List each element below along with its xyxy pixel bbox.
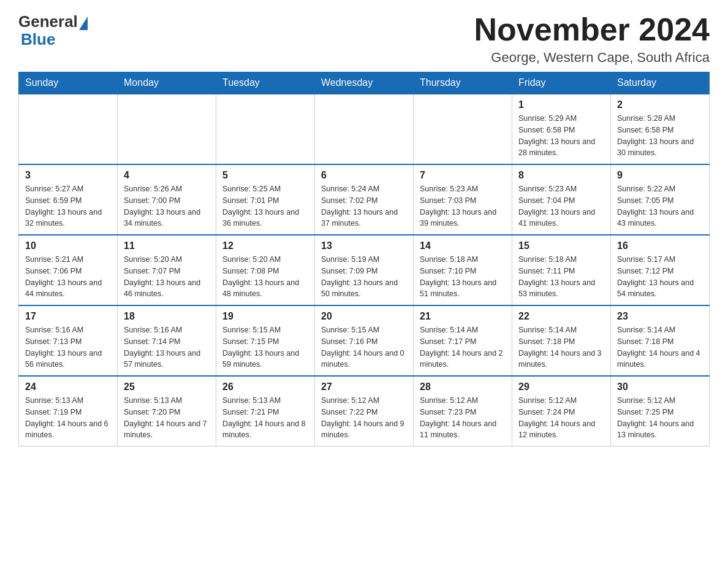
day-info: Sunrise: 5:23 AM Sunset: 7:03 PM Dayligh… [420,183,506,229]
day-info: Sunrise: 5:16 AM Sunset: 7:14 PM Dayligh… [124,324,210,370]
calendar-cell: 12Sunrise: 5:20 AM Sunset: 7:08 PM Dayli… [216,235,315,305]
day-info: Sunrise: 5:13 AM Sunset: 7:21 PM Dayligh… [222,395,308,441]
calendar-cell: 11Sunrise: 5:20 AM Sunset: 7:07 PM Dayli… [118,235,216,305]
calendar-header-wednesday: Wednesday [315,72,414,94]
day-number: 2 [617,99,703,110]
calendar-cell: 1Sunrise: 5:29 AM Sunset: 6:58 PM Daylig… [512,94,611,164]
day-number: 25 [124,381,210,393]
day-info: Sunrise: 5:12 AM Sunset: 7:25 PM Dayligh… [617,395,703,441]
day-info: Sunrise: 5:19 AM Sunset: 7:09 PM Dayligh… [321,254,407,300]
day-info: Sunrise: 5:16 AM Sunset: 7:13 PM Dayligh… [25,324,111,370]
calendar-cell: 3Sunrise: 5:27 AM Sunset: 6:59 PM Daylig… [19,164,118,235]
day-number: 14 [420,240,506,251]
day-number: 4 [124,170,210,181]
calendar-cell: 20Sunrise: 5:15 AM Sunset: 7:16 PM Dayli… [315,305,414,376]
day-info: Sunrise: 5:23 AM Sunset: 7:04 PM Dayligh… [518,183,604,229]
day-number: 21 [420,311,506,322]
logo-general-text: General [18,12,78,31]
day-info: Sunrise: 5:25 AM Sunset: 7:01 PM Dayligh… [222,183,308,229]
calendar-header-row: SundayMondayTuesdayWednesdayThursdayFrid… [19,72,710,94]
calendar-header-saturday: Saturday [611,72,710,94]
calendar-cell: 8Sunrise: 5:23 AM Sunset: 7:04 PM Daylig… [512,164,611,235]
calendar-table: SundayMondayTuesdayWednesdayThursdayFrid… [18,72,710,446]
logo: General Blue [18,12,88,49]
calendar-cell: 2Sunrise: 5:28 AM Sunset: 6:58 PM Daylig… [611,94,710,164]
day-number: 3 [25,170,111,181]
day-number: 30 [617,381,703,393]
day-number: 20 [321,311,407,322]
calendar-header-friday: Friday [512,72,611,94]
calendar-cell [315,94,414,164]
week-row-3: 10Sunrise: 5:21 AM Sunset: 7:06 PM Dayli… [19,235,710,305]
day-info: Sunrise: 5:24 AM Sunset: 7:02 PM Dayligh… [321,183,407,229]
day-info: Sunrise: 5:15 AM Sunset: 7:15 PM Dayligh… [222,324,308,370]
week-row-1: 1Sunrise: 5:29 AM Sunset: 6:58 PM Daylig… [19,94,710,164]
day-number: 18 [124,311,210,322]
calendar-cell: 13Sunrise: 5:19 AM Sunset: 7:09 PM Dayli… [315,235,414,305]
day-info: Sunrise: 5:29 AM Sunset: 6:58 PM Dayligh… [518,113,604,159]
calendar-header-sunday: Sunday [19,72,118,94]
day-info: Sunrise: 5:22 AM Sunset: 7:05 PM Dayligh… [617,183,703,229]
calendar-cell: 27Sunrise: 5:12 AM Sunset: 7:22 PM Dayli… [315,376,414,446]
calendar-cell: 15Sunrise: 5:18 AM Sunset: 7:11 PM Dayli… [512,235,611,305]
day-info: Sunrise: 5:17 AM Sunset: 7:12 PM Dayligh… [617,254,703,300]
day-number: 8 [518,170,604,181]
logo-blue-text: Blue [21,30,55,49]
day-info: Sunrise: 5:14 AM Sunset: 7:18 PM Dayligh… [617,324,703,370]
day-number: 23 [617,311,703,322]
day-info: Sunrise: 5:14 AM Sunset: 7:17 PM Dayligh… [420,324,506,370]
day-info: Sunrise: 5:13 AM Sunset: 7:20 PM Dayligh… [124,395,210,441]
day-number: 13 [321,240,407,251]
day-info: Sunrise: 5:15 AM Sunset: 7:16 PM Dayligh… [321,324,407,370]
day-number: 26 [222,381,308,393]
day-info: Sunrise: 5:20 AM Sunset: 7:08 PM Dayligh… [222,254,308,300]
calendar-cell: 24Sunrise: 5:13 AM Sunset: 7:19 PM Dayli… [19,376,118,446]
month-title: November 2024 [474,12,710,47]
week-row-2: 3Sunrise: 5:27 AM Sunset: 6:59 PM Daylig… [19,164,710,235]
title-block: November 2024 George, Western Cape, Sout… [474,12,710,66]
day-info: Sunrise: 5:13 AM Sunset: 7:19 PM Dayligh… [25,395,111,441]
calendar-cell [19,94,118,164]
calendar-cell: 5Sunrise: 5:25 AM Sunset: 7:01 PM Daylig… [216,164,315,235]
day-number: 5 [222,170,308,181]
calendar-cell [118,94,216,164]
calendar-cell: 16Sunrise: 5:17 AM Sunset: 7:12 PM Dayli… [611,235,710,305]
calendar-cell: 14Sunrise: 5:18 AM Sunset: 7:10 PM Dayli… [414,235,512,305]
day-info: Sunrise: 5:12 AM Sunset: 7:23 PM Dayligh… [420,395,506,441]
calendar-cell: 30Sunrise: 5:12 AM Sunset: 7:25 PM Dayli… [611,376,710,446]
day-info: Sunrise: 5:20 AM Sunset: 7:07 PM Dayligh… [124,254,210,300]
day-info: Sunrise: 5:14 AM Sunset: 7:18 PM Dayligh… [518,324,604,370]
day-number: 6 [321,170,407,181]
calendar-cell: 22Sunrise: 5:14 AM Sunset: 7:18 PM Dayli… [512,305,611,376]
calendar-cell: 26Sunrise: 5:13 AM Sunset: 7:21 PM Dayli… [216,376,315,446]
day-info: Sunrise: 5:12 AM Sunset: 7:24 PM Dayligh… [518,395,604,441]
calendar-cell: 9Sunrise: 5:22 AM Sunset: 7:05 PM Daylig… [611,164,710,235]
page-header: General Blue November 2024 George, Weste… [18,12,710,66]
calendar-header-monday: Monday [118,72,216,94]
calendar-cell: 18Sunrise: 5:16 AM Sunset: 7:14 PM Dayli… [118,305,216,376]
day-number: 17 [25,311,111,322]
calendar-cell: 21Sunrise: 5:14 AM Sunset: 7:17 PM Dayli… [414,305,512,376]
day-info: Sunrise: 5:28 AM Sunset: 6:58 PM Dayligh… [617,113,703,159]
day-number: 16 [617,240,703,251]
calendar-cell: 19Sunrise: 5:15 AM Sunset: 7:15 PM Dayli… [216,305,315,376]
calendar-header-thursday: Thursday [414,72,512,94]
day-number: 7 [420,170,506,181]
day-info: Sunrise: 5:21 AM Sunset: 7:06 PM Dayligh… [25,254,111,300]
calendar-cell: 4Sunrise: 5:26 AM Sunset: 7:00 PM Daylig… [118,164,216,235]
week-row-5: 24Sunrise: 5:13 AM Sunset: 7:19 PM Dayli… [19,376,710,446]
day-number: 27 [321,381,407,393]
calendar-cell: 7Sunrise: 5:23 AM Sunset: 7:03 PM Daylig… [414,164,512,235]
day-info: Sunrise: 5:18 AM Sunset: 7:11 PM Dayligh… [518,254,604,300]
day-number: 9 [617,170,703,181]
calendar-cell: 29Sunrise: 5:12 AM Sunset: 7:24 PM Dayli… [512,376,611,446]
calendar-cell [216,94,315,164]
calendar-cell: 28Sunrise: 5:12 AM Sunset: 7:23 PM Dayli… [414,376,512,446]
week-row-4: 17Sunrise: 5:16 AM Sunset: 7:13 PM Dayli… [19,305,710,376]
calendar-cell [414,94,512,164]
day-number: 12 [222,240,308,251]
logo-triangle-icon [79,17,88,30]
calendar-cell: 6Sunrise: 5:24 AM Sunset: 7:02 PM Daylig… [315,164,414,235]
day-number: 22 [518,311,604,322]
calendar-cell: 23Sunrise: 5:14 AM Sunset: 7:18 PM Dayli… [611,305,710,376]
